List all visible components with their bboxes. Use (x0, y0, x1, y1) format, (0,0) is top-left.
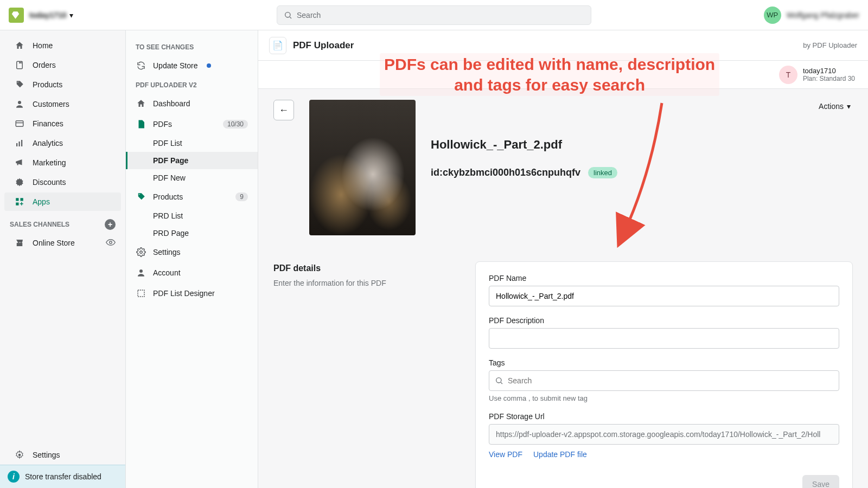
home-icon (14, 40, 25, 51)
person-icon (136, 267, 146, 278)
nav-pdf-new[interactable]: PDF New (126, 169, 258, 187)
nav-home[interactable]: Home (4, 36, 121, 55)
nav-label: Customers (33, 100, 69, 108)
nav-label: Settings (33, 451, 60, 459)
nav-apps[interactable]: Apps (4, 192, 121, 211)
update-pdf-link[interactable]: Update PDF file (533, 450, 587, 459)
pdf-id: id:ckybzbmci000h01s6cnpuhqfv (431, 167, 580, 178)
orders-icon (14, 60, 25, 70)
pdf-name-input[interactable] (489, 286, 839, 306)
top-bar: today1710 ▾ Search WP Wolfgang Pfalzgrab… (0, 0, 868, 30)
svg-rect-7 (21, 140, 22, 146)
details-title: PDF details (273, 264, 458, 273)
storage-url-input[interactable] (489, 424, 839, 445)
nav-label: Analytics (33, 139, 63, 147)
pdf-description-input[interactable] (489, 328, 839, 349)
global-search-input[interactable]: Search (277, 5, 591, 25)
linked-badge: linked (588, 167, 617, 178)
nav-analytics[interactable]: Analytics (4, 134, 121, 152)
annotation-text: PDFs can be edited with name, descriptio… (380, 53, 719, 96)
back-button[interactable]: ← (273, 100, 294, 120)
pdf-form-card: PDF Name PDF Description Tags Use comm (475, 261, 853, 488)
svg-line-1 (290, 17, 291, 18)
account-plan: Plan: Standard 30 (803, 75, 855, 82)
svg-rect-8 (16, 198, 18, 201)
file-icon (136, 119, 146, 130)
label: Dashboard (153, 99, 190, 108)
actions-dropdown[interactable]: Actions ▾ (819, 102, 851, 111)
tag-icon (136, 191, 146, 202)
nav-settings[interactable]: Settings (4, 446, 121, 464)
nav-pdf-list[interactable]: PDF List (126, 134, 258, 152)
nav-pdf-page[interactable]: PDF Page (126, 152, 258, 169)
nav-finances[interactable]: Finances (4, 114, 121, 133)
save-button[interactable]: Save (802, 475, 839, 488)
name-label: PDF Name (489, 274, 839, 282)
gear-icon (136, 247, 146, 258)
label: Actions (819, 102, 844, 111)
svg-rect-6 (19, 142, 20, 146)
analytics-icon (14, 138, 25, 149)
nav-products[interactable]: Products9 (126, 187, 258, 207)
avatar: T (779, 66, 797, 84)
store-name[interactable]: today1710 (29, 11, 66, 20)
products-count-badge: 9 (235, 192, 248, 201)
nav-label: Marketing (33, 158, 66, 167)
update-store-button[interactable]: Update Store (126, 55, 258, 76)
nav-online-store[interactable]: Online Store (4, 234, 101, 252)
main-content: 📄 PDF Uploader by PDF Uploader T today17… (258, 30, 868, 488)
app-title: PDF Uploader (293, 40, 354, 51)
discount-icon (14, 177, 25, 188)
nav-marketing[interactable]: Marketing (4, 153, 121, 172)
url-label: PDF Storage Url (489, 412, 839, 421)
designer-icon (136, 288, 146, 299)
transfer-banner[interactable]: i Store transfer disabled (0, 465, 125, 488)
nav-designer[interactable]: PDF List Designer (126, 283, 258, 304)
label: PDF List Designer (153, 289, 215, 298)
tags-label: Tags (489, 358, 839, 367)
nav-account[interactable]: Account (126, 262, 258, 283)
tags-input[interactable] (508, 376, 833, 385)
svg-line-17 (501, 382, 502, 384)
home-icon (136, 98, 146, 109)
nav-products[interactable]: Products (4, 75, 121, 94)
search-container: Search (277, 5, 591, 25)
nav-label: Discounts (33, 178, 66, 187)
user-menu[interactable]: WP Wolfgang Pfalzgraber (764, 7, 859, 24)
app-author: by PDF Uploader (803, 41, 857, 49)
avatar: WP (764, 7, 781, 24)
pdf-count-badge: 10/30 (223, 120, 248, 129)
section-label: PDF UPLOADER V2 (126, 76, 258, 93)
user-name: Wolfgang Pfalzgraber (787, 11, 859, 20)
refresh-icon (136, 60, 146, 71)
nav-prd-list[interactable]: PRD List (126, 207, 258, 224)
sales-channels-label: SALES CHANNELS + (0, 211, 125, 233)
banner-text: Store transfer disabled (25, 472, 101, 481)
nav-app-settings[interactable]: Settings (126, 242, 258, 262)
view-pdf-link[interactable]: View PDF (489, 450, 522, 459)
nav-customers[interactable]: Customers (4, 95, 121, 113)
app-icon: 📄 (269, 37, 286, 54)
add-channel-button[interactable]: + (105, 219, 116, 230)
chevron-down-icon[interactable]: ▾ (69, 11, 73, 20)
update-indicator-icon (207, 63, 211, 68)
search-icon (495, 376, 503, 385)
apps-icon (14, 196, 25, 207)
nav-discounts[interactable]: Discounts (4, 173, 121, 191)
nav-orders[interactable]: Orders (4, 56, 121, 74)
svg-point-13 (140, 251, 143, 254)
nav-pdfs[interactable]: PDFs10/30 (126, 114, 258, 134)
app-sidebar: TO SEE CHANGES Update Store PDF UPLOADER… (126, 30, 258, 488)
info-icon: i (8, 471, 20, 483)
label: Settings (153, 248, 181, 256)
account-chip[interactable]: T today1710 Plan: Standard 30 (779, 66, 855, 84)
label: Products (153, 192, 183, 201)
nav-prd-page[interactable]: PRD Page (126, 224, 258, 242)
svg-point-3 (18, 101, 21, 104)
view-store-icon[interactable] (106, 237, 116, 249)
tags-search-wrapper (489, 370, 839, 391)
gear-icon (14, 450, 25, 460)
see-changes-label: TO SEE CHANGES (126, 38, 258, 55)
nav-dashboard[interactable]: Dashboard (126, 93, 258, 114)
svg-rect-4 (16, 121, 23, 127)
